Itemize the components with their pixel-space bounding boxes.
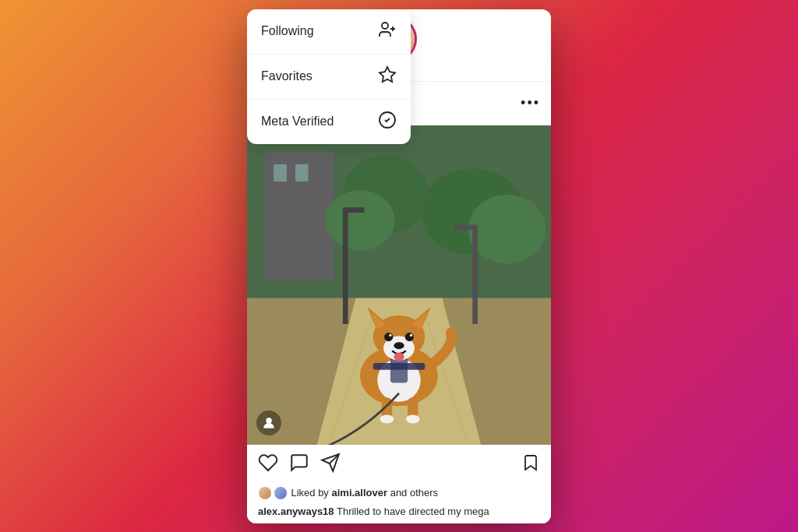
svg-point-50 [380,414,394,423]
caption-text: Thrilled to have directed my mega [334,506,489,517]
like-avatar-1 [258,486,272,500]
post-likes: Liked by aimi.allover and others [247,482,551,503]
likes-avatars [258,486,288,500]
svg-rect-19 [295,164,309,181]
following-icon [378,20,397,43]
svg-point-43 [405,333,414,341]
dropdown-item-following[interactable]: Following [247,9,411,55]
likes-bold-name[interactable]: aimi.allover [332,487,388,499]
bookmark-button[interactable] [521,453,540,477]
post-image [247,125,551,445]
post-actions [247,445,551,482]
feed-post: alex.anyways18 ••• [247,82,551,523]
svg-point-51 [406,414,420,423]
svg-point-44 [389,333,391,336]
like-button[interactable] [258,453,278,477]
svg-point-23 [326,190,395,251]
likes-text: Liked by aimi.allover and others [291,487,438,499]
dropdown-item-favorites[interactable]: Favorites [247,55,411,82]
post-caption: alex.anyways18 Thrilled to have directed… [247,503,551,523]
svg-rect-28 [343,211,348,323]
post-more-button[interactable]: ••• [521,95,540,111]
svg-point-45 [410,333,412,336]
phone-container: Following Favorites Meta [247,9,551,523]
share-button[interactable] [320,453,341,477]
svg-rect-29 [343,207,365,213]
stories-bar: Following Favorites Meta [247,9,551,82]
dropdown-following-label: Following [261,24,314,38]
favorites-icon [378,65,397,82]
svg-rect-31 [454,224,478,230]
like-avatar-2 [274,486,288,500]
comment-button[interactable] [289,453,309,477]
svg-point-47 [394,352,404,361]
svg-marker-1 [380,67,395,82]
svg-point-0 [382,23,388,29]
dropdown-favorites-label: Favorites [261,69,312,82]
svg-rect-30 [472,229,478,324]
svg-point-21 [468,194,546,263]
svg-rect-18 [274,164,287,181]
svg-point-52 [266,417,272,424]
profile-overlay-icon[interactable] [256,410,281,435]
svg-point-42 [384,333,393,341]
caption-username[interactable]: alex.anyways18 [258,506,334,517]
dropdown-menu[interactable]: Following Favorites Meta [247,9,411,82]
svg-point-46 [394,342,404,349]
